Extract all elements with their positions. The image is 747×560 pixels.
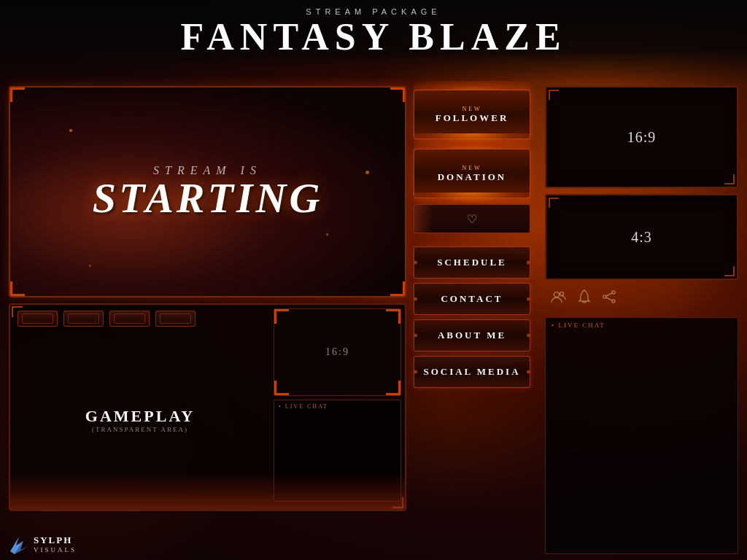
stream-text-container: STREAM IS STARTING — [93, 164, 323, 219]
schedule-label: SCHEDULE — [437, 257, 507, 268]
header: STREAM PACKAGE FANTASY BLAZE — [0, 0, 747, 58]
cam-corner-bl — [274, 381, 289, 395]
share-icon — [602, 290, 616, 307]
live-chat-label: LIVE CHAT — [546, 318, 738, 332]
small-chat-label: • LIVE CHAT — [274, 400, 400, 413]
heart-button[interactable]: ♡ — [414, 204, 530, 233]
overlay-tab-3 — [109, 311, 150, 327]
logo-text: SYLPH VISUALS — [34, 534, 77, 553]
svg-line-5 — [606, 293, 612, 296]
svg-point-0 — [554, 292, 560, 298]
aspect-ratio-4-3: 4:3 — [545, 194, 738, 280]
cam-corner-tr — [386, 309, 400, 324]
main-content: STREAM IS STARTING GAMEPLAY (TRANSPARE — [0, 80, 747, 560]
header-title: FANTASY BLAZE — [0, 16, 747, 58]
follower-badge: NEW FOLLOWER — [414, 90, 530, 139]
notification-badges: NEW FOLLOWER NEW DONATION — [414, 90, 538, 198]
bell-icon — [578, 289, 591, 308]
overlay-tabs — [10, 305, 203, 327]
live-chat-label-text: LIVE CHAT — [558, 322, 605, 329]
schedule-button[interactable]: SCHEDULE — [414, 246, 530, 279]
corner-top-right — [390, 88, 405, 102]
corner-bottom-right — [390, 281, 405, 296]
contact-button[interactable]: CONTACT — [414, 283, 530, 315]
logo-wing-icon — [9, 534, 29, 554]
logo-line2: VISUALS — [34, 546, 77, 553]
overlay-panel: GAMEPLAY (TRANSPARENT AREA) 16:9 • LIVE … — [9, 303, 406, 511]
svg-point-2 — [612, 291, 615, 294]
ar-4-3-label: 4:3 — [631, 229, 652, 246]
about-me-label: ABOUT ME — [438, 330, 506, 341]
live-chat-box: LIVE CHAT — [545, 317, 738, 554]
gameplay-label: GAMEPLAY — [85, 407, 195, 426]
svg-point-4 — [603, 295, 606, 298]
cam-corner-tl — [274, 309, 289, 324]
corner-top-left — [10, 88, 25, 102]
aspect-ratio-16-9: 16:9 — [545, 86, 738, 188]
overlay-tab-4 — [155, 311, 196, 327]
donation-new-label: NEW — [438, 165, 507, 171]
follower-new-label: NEW — [436, 106, 509, 112]
svg-line-6 — [606, 298, 612, 300]
cam-corner-br — [386, 381, 400, 395]
cam-label: 16:9 — [325, 346, 349, 358]
overlay-tab-2 — [63, 311, 104, 327]
donation-type-label: DONATION — [438, 171, 507, 183]
community-icon — [551, 290, 567, 307]
overlay-bottom-fire — [10, 473, 405, 510]
header-subtitle: STREAM PACKAGE — [0, 7, 747, 16]
follower-badge-text: NEW FOLLOWER — [436, 106, 509, 124]
contact-label: CONTACT — [441, 293, 503, 305]
ar-16-9-label: 16:9 — [627, 129, 657, 146]
svg-point-3 — [612, 300, 615, 303]
right-column: 16:9 4:3 — [545, 86, 738, 554]
about-me-button[interactable]: ABOUT ME — [414, 319, 530, 351]
social-icons-row — [545, 286, 738, 311]
gameplay-sublabel: (TRANSPARENT AREA) — [92, 426, 188, 433]
logo-area: SYLPH VISUALS — [9, 534, 77, 554]
donation-badge: NEW DONATION — [414, 149, 530, 198]
nav-buttons: SCHEDULE CONTACT ABOUT ME SOCIAL MEDIA — [414, 246, 538, 388]
heart-icon: ♡ — [467, 212, 477, 226]
left-column: STREAM IS STARTING GAMEPLAY (TRANSPARE — [9, 86, 406, 554]
logo-line1: SYLPH — [34, 534, 77, 546]
stream-starting-text: STARTING — [93, 177, 323, 219]
corner-bottom-left — [10, 281, 25, 296]
svg-point-1 — [560, 292, 564, 296]
social-media-button[interactable]: SOCIAL MEDIA — [414, 356, 530, 388]
follower-type-label: FOLLOWER — [436, 112, 509, 124]
social-media-label: SOCIAL MEDIA — [423, 366, 520, 378]
donation-badge-text: NEW DONATION — [438, 165, 507, 183]
cam-preview: 16:9 — [274, 308, 401, 396]
center-column: NEW FOLLOWER NEW DONATION ♡ SCHEDULE — [414, 86, 538, 554]
stream-preview: STREAM IS STARTING — [9, 86, 406, 298]
overlay-tab-1 — [18, 311, 58, 327]
